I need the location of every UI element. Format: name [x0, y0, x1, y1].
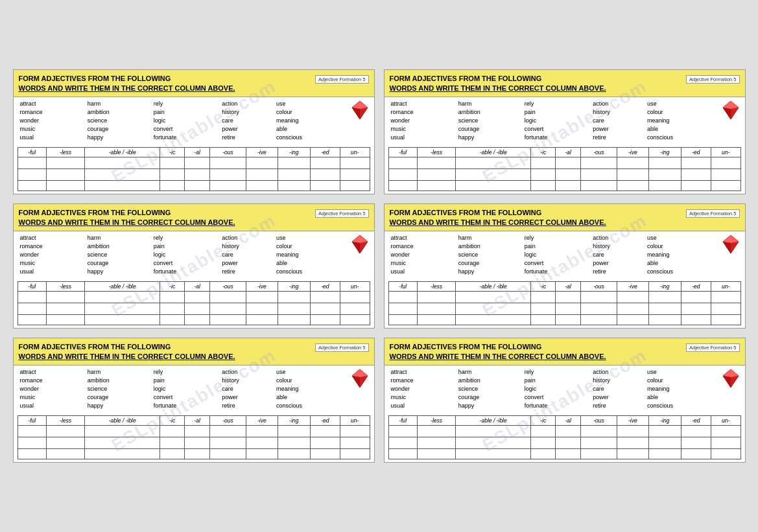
answer-cell[interactable]: [160, 168, 185, 180]
answer-cell[interactable]: [278, 437, 310, 449]
answer-cell[interactable]: [456, 315, 531, 325]
answer-cell[interactable]: [648, 315, 681, 325]
answer-cell[interactable]: [246, 168, 278, 180]
answer-cell[interactable]: [278, 168, 310, 180]
answer-cell[interactable]: [581, 437, 617, 449]
answer-cell[interactable]: [648, 426, 681, 437]
answer-cell[interactable]: [418, 449, 456, 459]
answer-cell[interactable]: [340, 426, 370, 437]
answer-cell[interactable]: [531, 292, 556, 303]
answer-cell[interactable]: [47, 303, 85, 315]
answer-cell[interactable]: [47, 168, 85, 180]
answer-cell[interactable]: [681, 168, 711, 180]
answer-cell[interactable]: [185, 292, 210, 303]
answer-cell[interactable]: [340, 292, 370, 303]
answer-cell[interactable]: [388, 315, 418, 325]
answer-cell[interactable]: [617, 180, 648, 191]
answer-cell[interactable]: [160, 292, 185, 303]
answer-cell[interactable]: [711, 180, 740, 191]
answer-cell[interactable]: [531, 180, 556, 191]
answer-cell[interactable]: [456, 437, 531, 449]
answer-cell[interactable]: [581, 315, 617, 325]
answer-cell[interactable]: [160, 426, 185, 437]
answer-cell[interactable]: [418, 303, 456, 315]
answer-cell[interactable]: [185, 315, 210, 325]
answer-cell[interactable]: [85, 315, 160, 325]
answer-cell[interactable]: [85, 437, 160, 449]
answer-cell[interactable]: [681, 303, 711, 315]
answer-cell[interactable]: [160, 303, 185, 315]
answer-cell[interactable]: [47, 157, 85, 168]
answer-cell[interactable]: [246, 315, 278, 325]
answer-cell[interactable]: [18, 292, 47, 303]
answer-cell[interactable]: [85, 303, 160, 315]
answer-cell[interactable]: [531, 315, 556, 325]
answer-cell[interactable]: [278, 315, 310, 325]
answer-cell[interactable]: [85, 180, 160, 191]
answer-cell[interactable]: [711, 437, 740, 449]
answer-cell[interactable]: [246, 303, 278, 315]
answer-cell[interactable]: [456, 449, 531, 459]
answer-cell[interactable]: [278, 449, 310, 459]
answer-cell[interactable]: [278, 180, 310, 191]
answer-cell[interactable]: [418, 180, 456, 191]
answer-cell[interactable]: [388, 180, 418, 191]
answer-cell[interactable]: [456, 157, 531, 168]
answer-cell[interactable]: [340, 157, 370, 168]
answer-cell[interactable]: [47, 449, 85, 459]
answer-cell[interactable]: [388, 168, 418, 180]
answer-cell[interactable]: [210, 303, 246, 315]
answer-cell[interactable]: [278, 303, 310, 315]
answer-cell[interactable]: [711, 426, 740, 437]
answer-cell[interactable]: [388, 292, 418, 303]
answer-cell[interactable]: [160, 449, 185, 459]
answer-cell[interactable]: [711, 315, 740, 325]
answer-cell[interactable]: [85, 168, 160, 180]
answer-cell[interactable]: [18, 303, 47, 315]
answer-cell[interactable]: [617, 437, 648, 449]
answer-cell[interactable]: [456, 303, 531, 315]
answer-cell[interactable]: [85, 449, 160, 459]
answer-cell[interactable]: [711, 168, 740, 180]
answer-cell[interactable]: [531, 157, 556, 168]
answer-cell[interactable]: [18, 315, 47, 325]
answer-cell[interactable]: [581, 449, 617, 459]
answer-cell[interactable]: [418, 315, 456, 325]
answer-cell[interactable]: [18, 157, 47, 168]
answer-cell[interactable]: [456, 168, 531, 180]
answer-cell[interactable]: [681, 437, 711, 449]
answer-cell[interactable]: [246, 437, 278, 449]
answer-cell[interactable]: [311, 437, 340, 449]
answer-cell[interactable]: [418, 157, 456, 168]
answer-cell[interactable]: [160, 315, 185, 325]
answer-cell[interactable]: [556, 303, 581, 315]
answer-cell[interactable]: [531, 426, 556, 437]
answer-cell[interactable]: [711, 292, 740, 303]
answer-cell[interactable]: [581, 180, 617, 191]
answer-cell[interactable]: [418, 168, 456, 180]
answer-cell[interactable]: [340, 168, 370, 180]
answer-cell[interactable]: [340, 315, 370, 325]
answer-cell[interactable]: [311, 315, 340, 325]
answer-cell[interactable]: [85, 292, 160, 303]
answer-cell[interactable]: [311, 157, 340, 168]
answer-cell[interactable]: [160, 157, 185, 168]
answer-cell[interactable]: [311, 292, 340, 303]
answer-cell[interactable]: [340, 437, 370, 449]
answer-cell[interactable]: [617, 292, 648, 303]
answer-cell[interactable]: [160, 437, 185, 449]
answer-cell[interactable]: [388, 437, 418, 449]
answer-cell[interactable]: [246, 157, 278, 168]
answer-cell[interactable]: [681, 292, 711, 303]
answer-cell[interactable]: [18, 437, 47, 449]
answer-cell[interactable]: [556, 315, 581, 325]
answer-cell[interactable]: [210, 437, 246, 449]
answer-cell[interactable]: [278, 157, 310, 168]
answer-cell[interactable]: [681, 180, 711, 191]
answer-cell[interactable]: [531, 303, 556, 315]
answer-cell[interactable]: [648, 157, 681, 168]
answer-cell[interactable]: [648, 180, 681, 191]
answer-cell[interactable]: [246, 292, 278, 303]
answer-cell[interactable]: [556, 426, 581, 437]
answer-cell[interactable]: [278, 426, 310, 437]
